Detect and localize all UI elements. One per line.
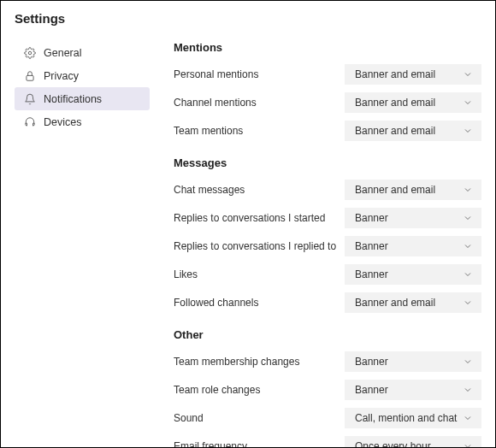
setting-row-replies-replied: Replies to conversations I replied to Ba… <box>174 236 481 256</box>
settings-content: Mentions Personal mentions Banner and em… <box>150 41 481 448</box>
dropdown-value: Banner and email <box>355 297 435 309</box>
dropdown-value: Call, mention and chat <box>355 412 457 424</box>
chevron-down-icon <box>463 69 473 80</box>
dropdown-channel-mentions[interactable]: Banner and email <box>345 92 481 113</box>
setting-label: Team mentions <box>174 125 243 137</box>
setting-row-sound: Sound Call, mention and chat <box>174 408 481 428</box>
chevron-down-icon <box>463 269 473 280</box>
chevron-down-icon <box>463 213 473 223</box>
sidebar: General Privacy Notifications Devices <box>15 41 150 448</box>
setting-label: Replies to conversations I replied to <box>174 240 336 252</box>
dropdown-value: Banner <box>355 384 388 396</box>
sidebar-item-privacy[interactable]: Privacy <box>15 64 150 87</box>
dropdown-value: Banner <box>355 240 388 252</box>
dropdown-replies-replied[interactable]: Banner <box>345 236 481 256</box>
dropdown-followed-channels[interactable]: Banner and email <box>345 292 481 313</box>
dropdown-team-mentions[interactable]: Banner and email <box>345 121 481 141</box>
bell-icon <box>23 92 36 105</box>
chevron-down-icon <box>463 413 473 423</box>
setting-row-channel-mentions: Channel mentions Banner and email <box>174 92 481 113</box>
sidebar-item-general[interactable]: General <box>15 41 150 64</box>
chevron-down-icon <box>463 441 473 448</box>
section-messages: Messages Chat messages Banner and email … <box>174 156 481 313</box>
chevron-down-icon <box>463 385 473 395</box>
setting-row-likes: Likes Banner <box>174 264 481 285</box>
setting-label: Team role changes <box>174 384 260 396</box>
sidebar-item-label: Privacy <box>44 70 79 82</box>
dropdown-email-frequency[interactable]: Once every hour <box>345 436 481 448</box>
setting-label: Chat messages <box>174 184 245 196</box>
sidebar-item-label: Devices <box>44 116 81 128</box>
gear-icon <box>23 46 36 59</box>
dropdown-replies-started[interactable]: Banner <box>345 208 481 228</box>
setting-row-personal-mentions: Personal mentions Banner and email <box>174 64 481 85</box>
section-header: Mentions <box>174 41 481 54</box>
dropdown-sound[interactable]: Call, mention and chat <box>345 408 481 428</box>
chevron-down-icon <box>463 97 473 108</box>
setting-row-role-changes: Team role changes Banner <box>174 380 481 400</box>
setting-label: Replies to conversations I started <box>174 212 325 224</box>
dropdown-chat-messages[interactable]: Banner and email <box>345 180 481 200</box>
dropdown-role-changes[interactable]: Banner <box>345 380 481 400</box>
lock-icon <box>23 69 36 82</box>
dropdown-value: Once every hour <box>355 440 431 448</box>
setting-row-email-frequency: Email frequency Once every hour <box>174 436 481 448</box>
svg-point-0 <box>28 51 32 55</box>
setting-row-replies-started: Replies to conversations I started Banne… <box>174 208 481 228</box>
svg-rect-1 <box>26 75 32 80</box>
dropdown-value: Banner <box>355 268 388 280</box>
setting-row-chat-messages: Chat messages Banner and email <box>174 180 481 200</box>
dropdown-value: Banner <box>355 212 388 224</box>
setting-label: Channel mentions <box>174 97 257 109</box>
section-other: Other Team membership changes Banner Tea… <box>174 328 481 448</box>
chevron-down-icon <box>463 357 473 367</box>
setting-label: Sound <box>174 412 204 424</box>
setting-label: Followed channels <box>174 297 258 309</box>
chevron-down-icon <box>463 241 473 251</box>
chevron-down-icon <box>463 126 473 136</box>
setting-label: Team membership changes <box>174 356 299 368</box>
dropdown-value: Banner <box>355 356 388 368</box>
sidebar-item-devices[interactable]: Devices <box>15 110 150 133</box>
sidebar-item-notifications[interactable]: Notifications <box>15 87 150 110</box>
page-title: Settings <box>15 11 481 26</box>
setting-label: Email frequency <box>174 440 247 448</box>
headset-icon <box>23 115 36 128</box>
dropdown-value: Banner and email <box>355 97 435 109</box>
dropdown-value: Banner and email <box>355 184 435 196</box>
setting-row-followed-channels: Followed channels Banner and email <box>174 292 481 313</box>
setting-label: Likes <box>174 268 198 280</box>
dropdown-likes[interactable]: Banner <box>345 264 481 285</box>
setting-row-membership-changes: Team membership changes Banner <box>174 351 481 372</box>
setting-row-team-mentions: Team mentions Banner and email <box>174 121 481 141</box>
section-header: Messages <box>174 156 481 169</box>
section-mentions: Mentions Personal mentions Banner and em… <box>174 41 481 141</box>
dropdown-value: Banner and email <box>355 125 435 137</box>
dropdown-personal-mentions[interactable]: Banner and email <box>345 64 481 85</box>
section-header: Other <box>174 328 481 341</box>
dropdown-value: Banner and email <box>355 68 435 80</box>
chevron-down-icon <box>463 298 473 308</box>
setting-label: Personal mentions <box>174 68 258 80</box>
chevron-down-icon <box>463 185 473 195</box>
dropdown-membership-changes[interactable]: Banner <box>345 351 481 372</box>
sidebar-item-label: General <box>44 47 81 59</box>
sidebar-item-label: Notifications <box>44 93 102 105</box>
